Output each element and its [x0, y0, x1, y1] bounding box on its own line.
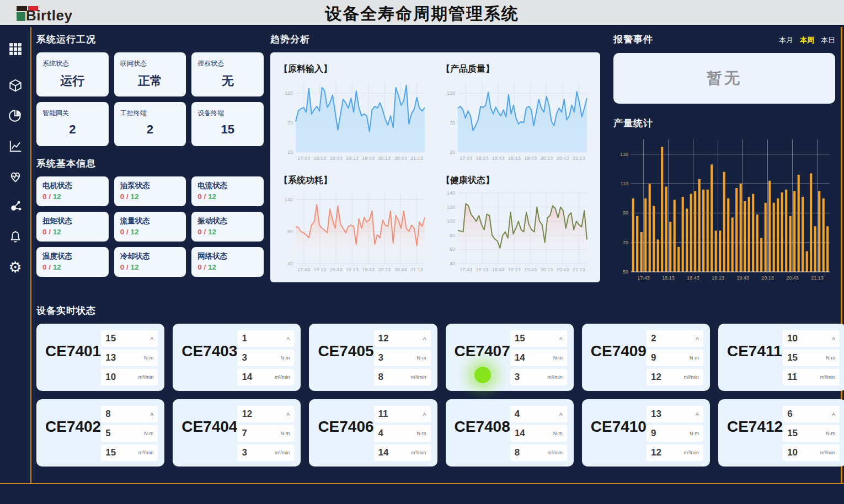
system-column: 系统运行工况 系统状态运行 联网状态正常 授权状态无 智能网关2 工控终端2 设…	[36, 33, 264, 277]
svg-text:20:43: 20:43	[394, 267, 407, 272]
info-card-flow: 流量状态0 / 12	[114, 212, 186, 242]
svg-text:18:13: 18:13	[662, 275, 675, 281]
info-card-vibration: 振动状态0 / 12	[191, 212, 264, 242]
info-card-current: 电流状态0 / 12	[191, 176, 264, 206]
svg-text:20: 20	[450, 149, 455, 155]
device-card-ce7407[interactable]: CE7407 15A 14N·m 3m³/min	[446, 324, 574, 391]
alarm-column: 报警事件 本月 本周 本日 暂无 产量统计 50709011013017:431…	[613, 33, 835, 282]
footer-strip	[0, 484, 844, 504]
svg-text:140: 140	[447, 190, 455, 196]
svg-text:20:13: 20:13	[378, 156, 391, 161]
svg-text:19:13: 19:13	[346, 267, 359, 272]
svg-text:60: 60	[450, 246, 455, 252]
svg-text:20:43: 20:43	[786, 275, 799, 281]
svg-text:18:43: 18:43	[492, 156, 505, 161]
device-card-ce7409[interactable]: CE7409 2A 9N·m 12m³/min	[582, 324, 710, 391]
raw-input-chart: 207012017:4318:1318:4319:1319:4320:1320:…	[279, 76, 429, 162]
status-card-devices: 设备终端15	[191, 102, 264, 146]
line-chart-icon[interactable]	[8, 138, 23, 154]
svg-text:21:13: 21:13	[811, 275, 824, 281]
section-title-devices: 设备实时状态	[36, 304, 835, 317]
svg-text:70: 70	[287, 120, 293, 126]
svg-text:19:13: 19:13	[508, 156, 521, 161]
svg-text:18:13: 18:13	[476, 156, 489, 161]
gear-icon[interactable]: ⚙	[8, 260, 23, 275]
device-card-ce7401[interactable]: CE7401 15A 13N·m 10m³/min	[36, 324, 164, 391]
system-status-grid: 系统状态运行 联网状态正常 授权状态无 智能网关2 工控终端2 设备终端15	[36, 52, 264, 146]
bell-icon[interactable]	[8, 229, 23, 245]
svg-text:90: 90	[623, 210, 628, 216]
device-card-ce7402[interactable]: CE7402 8A 5N·m 15m³/min	[36, 399, 164, 467]
tab-this-week[interactable]: 本周	[800, 35, 814, 45]
svg-text:21:13: 21:13	[410, 156, 423, 161]
svg-text:17:43: 17:43	[460, 267, 472, 272]
power-chart: 409014017:4318:1318:4319:1319:4320:1320:…	[279, 187, 429, 274]
status-card-terminal: 工控终端2	[114, 102, 186, 146]
trend-chart-product-quality: 【产品质量】 207012017:4318:1318:4319:1319:432…	[441, 56, 591, 167]
section-title-system-status: 系统运行工况	[36, 33, 264, 46]
devices-section: 设备实时状态 CE7401 15A 13N·m 10m³/min CE7403 …	[36, 304, 835, 467]
svg-text:110: 110	[621, 181, 628, 186]
svg-text:19:43: 19:43	[362, 156, 375, 161]
trend-column: 趋势分析 【原料输入】 207012017:4318:1318:4319:131…	[270, 33, 600, 282]
tab-this-month[interactable]: 本月	[779, 35, 793, 45]
status-card-system: 系统状态运行	[36, 52, 109, 96]
page-title: 设备全寿命周期管理系统	[0, 3, 844, 25]
cube-icon[interactable]	[8, 78, 23, 93]
svg-text:19:43: 19:43	[524, 156, 537, 161]
device-card-ce7404[interactable]: CE7404 12A 7N·m 3m³/min	[173, 399, 301, 467]
svg-text:140: 140	[285, 196, 293, 202]
nav-sidebar: ⚙	[0, 27, 31, 484]
svg-text:21:13: 21:13	[573, 267, 585, 272]
svg-text:17:43: 17:43	[637, 275, 650, 281]
svg-text:18:43: 18:43	[330, 267, 343, 272]
info-card-motor: 电机状态0 / 12	[36, 176, 109, 206]
pie-chart-icon[interactable]	[8, 108, 23, 124]
device-card-ce7406[interactable]: CE7406 11A 4N·m 14m³/min	[309, 399, 437, 467]
tab-today[interactable]: 本日	[821, 35, 835, 45]
svg-text:19:43: 19:43	[736, 275, 749, 281]
svg-text:80: 80	[450, 232, 455, 238]
svg-text:18:13: 18:13	[314, 156, 327, 161]
svg-text:40: 40	[450, 261, 455, 266]
top-header: Birtley 设备全寿命周期管理系统	[0, 0, 844, 26]
alarm-empty-text: 暂无	[707, 68, 742, 89]
status-indicator-green	[474, 367, 491, 383]
heart-pulse-icon[interactable]	[8, 169, 23, 184]
svg-text:130: 130	[620, 152, 628, 157]
svg-text:18:13: 18:13	[314, 267, 327, 272]
svg-text:20:13: 20:13	[541, 156, 553, 161]
alarm-empty-card: 暂无	[613, 53, 835, 104]
device-card-ce7403[interactable]: CE7403 1A 3N·m 14m³/min	[173, 324, 301, 391]
dashboard-root: Birtley 设备全寿命周期管理系统 ⚙ 系统运行工况	[0, 0, 844, 504]
health-chart: 40608010012014017:4318:1318:4319:1319:43…	[441, 187, 591, 274]
system-info-grid: 电机状态0 / 12 油泵状态0 / 12 电流状态0 / 12 扭矩状态0 /…	[36, 176, 264, 277]
svg-text:20:43: 20:43	[557, 156, 569, 161]
device-card-ce7412[interactable]: CE7412 6A 15N·m 10m³/min	[718, 399, 844, 467]
status-card-network: 联网状态正常	[114, 52, 186, 96]
product-quality-chart: 207012017:4318:1318:4319:1319:4320:1320:…	[441, 76, 591, 162]
device-card-ce7405[interactable]: CE7405 12A 3N·m 8m³/min	[309, 324, 437, 391]
production-bar-chart: 50709011013017:4318:1318:4319:1319:4320:…	[613, 134, 834, 282]
grid-icon[interactable]	[8, 41, 23, 57]
section-title-system-info: 系统基本信息	[36, 157, 264, 170]
svg-text:19:43: 19:43	[362, 267, 375, 272]
info-card-cooling: 冷却状态0 / 12	[114, 247, 186, 277]
svg-text:120: 120	[447, 204, 455, 210]
svg-text:18:43: 18:43	[687, 275, 699, 281]
svg-text:120: 120	[285, 90, 293, 96]
svg-text:70: 70	[623, 240, 628, 245]
svg-text:17:43: 17:43	[297, 156, 310, 161]
alarm-header: 报警事件 本月 本周 本日	[613, 33, 835, 46]
device-card-ce7408[interactable]: CE7408 4A 14N·m 8m³/min	[446, 399, 574, 467]
section-title-production: 产量统计	[613, 117, 835, 130]
svg-text:21:13: 21:13	[573, 156, 585, 161]
device-card-ce7411[interactable]: CE7411 10A 15N·m 11m³/min	[718, 324, 844, 391]
svg-text:70: 70	[450, 120, 455, 126]
molecule-icon[interactable]	[8, 199, 23, 215]
svg-text:50: 50	[623, 269, 628, 275]
device-card-ce7410[interactable]: CE7410 13A 9N·m 12m³/min	[582, 399, 710, 467]
info-card-temperature: 温度状态0 / 12	[36, 247, 109, 277]
svg-text:40: 40	[287, 261, 293, 266]
svg-text:18:43: 18:43	[492, 267, 505, 272]
